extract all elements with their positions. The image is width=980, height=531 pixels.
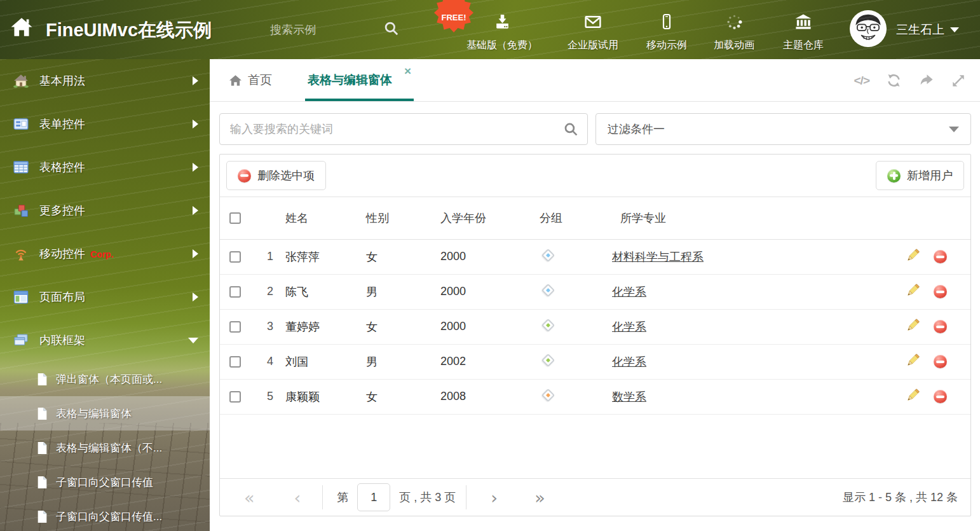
sidebar-item-label: 更多控件	[39, 203, 85, 218]
row-checkbox[interactable]	[229, 286, 241, 298]
edit-pencil-icon[interactable]	[906, 283, 920, 301]
col-header-gender[interactable]: 性别	[366, 197, 440, 239]
tab-label: 首页	[248, 72, 272, 88]
page-icon	[36, 407, 48, 420]
cell-name: 陈飞	[275, 274, 366, 309]
edit-pencil-icon[interactable]	[906, 388, 920, 406]
home-logo-icon[interactable]	[10, 17, 33, 40]
top-header: FineUIMvc在线示例 FREE! 基础版（免费） 企业版试用 移动示例	[0, 0, 980, 59]
close-icon[interactable]: ×	[404, 65, 411, 77]
delete-row-icon[interactable]	[934, 355, 947, 368]
nav-label: 基础版（免费）	[466, 39, 538, 52]
nav-theme-store[interactable]: 主题仓库	[783, 13, 824, 52]
add-user-button[interactable]: 新增用户	[876, 161, 964, 190]
grid-toolbar: 删除选中项 新增用户	[220, 155, 970, 197]
edit-pencil-icon[interactable]	[906, 353, 920, 371]
tab-tools: </>	[854, 59, 966, 102]
divider	[466, 485, 466, 509]
sidebar-subitem-label: 弹出窗体（本页面或...	[56, 372, 162, 387]
sidebar-item-form-controls[interactable]: 表单控件	[0, 102, 210, 146]
nav-mobile-demo[interactable]: 移动示例	[646, 13, 687, 52]
chevron-right-icon	[193, 120, 198, 128]
nav-basic-edition[interactable]: 基础版（免费）	[466, 13, 538, 52]
last-page-button[interactable]: »	[534, 489, 545, 506]
row-checkbox[interactable]	[229, 356, 241, 368]
tab-grid-edit-window[interactable]: 表格与编辑窗体 ×	[308, 59, 397, 101]
row-checkbox[interactable]	[229, 391, 241, 403]
cell-year: 2000	[440, 239, 540, 274]
cell-gender: 女	[366, 379, 440, 414]
nav-label: 企业版试用	[568, 39, 618, 52]
antenna-icon	[13, 247, 29, 261]
share-icon[interactable]	[918, 72, 934, 88]
search-icon[interactable]	[563, 121, 579, 140]
sidebar: 基本用法 表单控件 表格控件 更多	[0, 59, 210, 531]
expand-icon[interactable]	[951, 73, 966, 88]
col-header-name[interactable]: 姓名	[275, 197, 366, 239]
page-icon	[36, 373, 48, 386]
col-header-group[interactable]: 分组	[540, 197, 612, 239]
user-avatar[interactable]	[850, 10, 887, 47]
major-link[interactable]: 化学系	[612, 321, 646, 333]
nav-loading-animation[interactable]: 加载动画	[714, 13, 754, 52]
sidebar-item-iframe[interactable]: 内联框架	[0, 319, 210, 362]
nav-enterprise-trial[interactable]: 企业版试用	[568, 13, 618, 52]
tag-icon	[541, 389, 555, 402]
sidebar-subitem-grid-edit-window[interactable]: 表格与编辑窗体	[0, 396, 210, 431]
page-number-input[interactable]	[357, 483, 390, 511]
sidebar-item-page-layout[interactable]: 页面布局	[0, 275, 210, 319]
sidebar-subitem-child-to-parent-2[interactable]: 子窗口向父窗口传值...	[0, 499, 210, 531]
major-link[interactable]: 化学系	[612, 286, 646, 298]
chevron-right-icon	[193, 76, 198, 85]
delete-selected-button[interactable]: 删除选中项	[226, 161, 326, 190]
row-checkbox[interactable]	[229, 251, 241, 263]
cell-gender: 男	[366, 274, 440, 309]
sidebar-item-mobile-controls[interactable]: 移动控件 Corp.	[0, 232, 210, 275]
table-row: 2 陈飞 男 2000 化学系	[220, 274, 970, 309]
data-grid-panel: 删除选中项 新增用户 姓名 性别 入学年份 分组	[219, 154, 971, 516]
tab-home[interactable]: 首页	[229, 59, 272, 101]
user-menu[interactable]: 三生石上	[896, 22, 959, 38]
sidebar-item-more-controls[interactable]: 更多控件	[0, 189, 210, 232]
source-code-icon[interactable]: </>	[854, 74, 869, 88]
sidebar-item-basic-usage[interactable]: 基本用法	[0, 59, 210, 102]
page-icon	[36, 476, 48, 489]
sidebar-item-label: 移动控件	[39, 246, 85, 261]
col-header-year[interactable]: 入学年份	[440, 197, 540, 239]
major-link[interactable]: 化学系	[612, 355, 646, 368]
keyword-search-input[interactable]	[219, 113, 588, 145]
edit-pencil-icon[interactable]	[906, 318, 920, 336]
layout-icon	[13, 291, 29, 304]
delete-row-icon[interactable]	[934, 320, 947, 333]
nav-label: 加载动画	[714, 39, 754, 52]
row-checkbox[interactable]	[229, 321, 241, 333]
edit-pencil-icon[interactable]	[906, 248, 920, 266]
header-search-input[interactable]	[270, 19, 379, 41]
cell-year: 2008	[440, 379, 540, 414]
next-page-button[interactable]: ›	[491, 489, 498, 506]
col-header-major[interactable]: 所学专业	[612, 197, 906, 239]
refresh-icon[interactable]	[886, 72, 902, 88]
divider	[322, 485, 323, 509]
filter-dropdown[interactable]: 过滤条件一	[595, 113, 971, 145]
delete-row-icon[interactable]	[934, 390, 947, 403]
major-link[interactable]: 数学系	[612, 390, 646, 403]
sidebar-subitem-grid-edit-window-2[interactable]: 表格与编辑窗体（不...	[0, 431, 210, 465]
sidebar-subitem-label: 子窗口向父窗口传值	[56, 475, 153, 490]
delete-row-icon[interactable]	[934, 285, 947, 298]
first-page-button[interactable]: «	[244, 489, 255, 506]
page-icon	[36, 441, 48, 455]
header-search-icon[interactable]	[383, 20, 400, 39]
sidebar-subitem-label: 表格与编辑窗体	[56, 406, 132, 421]
prev-page-button[interactable]: ‹	[294, 489, 301, 506]
delete-row-icon[interactable]	[934, 250, 947, 263]
major-link[interactable]: 材料科学与工程系	[612, 251, 704, 263]
table-header-row: 姓名 性别 入学年份 分组 所学专业	[220, 197, 970, 239]
select-all-checkbox[interactable]	[229, 212, 241, 224]
cell-gender: 男	[366, 344, 440, 379]
sidebar-subitem-popup-window[interactable]: 弹出窗体（本页面或...	[0, 362, 210, 396]
table-row: 5 康颖颖 女 2008 数学系	[220, 379, 970, 414]
sidebar-item-grid-controls[interactable]: 表格控件	[0, 146, 210, 189]
envelope-icon	[583, 13, 602, 34]
sidebar-subitem-child-to-parent[interactable]: 子窗口向父窗口传值	[0, 465, 210, 499]
